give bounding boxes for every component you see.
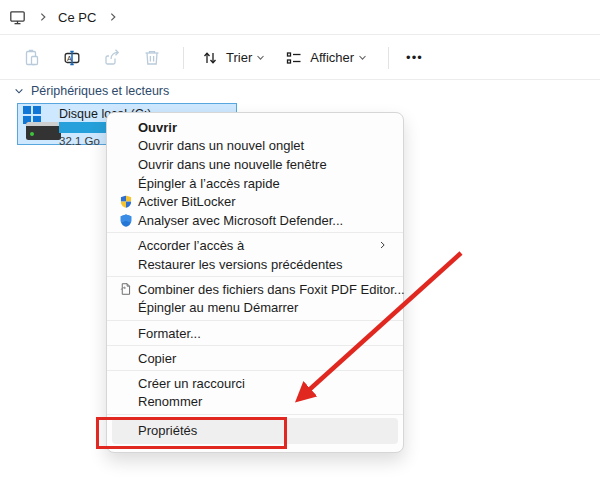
this-pc-icon[interactable] <box>9 9 26 26</box>
toolbar-divider <box>388 47 389 69</box>
menu-item-restore-previous-versions[interactable]: Restaurer les versions précédentes <box>112 255 398 274</box>
defender-shield-icon <box>118 213 133 228</box>
svg-text:A: A <box>67 54 72 61</box>
chevron-down-icon <box>256 53 265 62</box>
menu-item-activate-bitlocker[interactable]: Activer BitLocker <box>112 192 398 211</box>
more-icon: ••• <box>406 50 423 65</box>
hard-drive-icon <box>26 122 61 140</box>
group-header-label: Périphériques et lecteurs <box>31 84 169 98</box>
group-header-devices-and-drives[interactable]: Périphériques et lecteurs <box>14 84 169 98</box>
menu-item-scan-defender[interactable]: Analyser avec Microsoft Defender... <box>112 211 398 230</box>
context-menu: Ouvrir Ouvrir dans un nouvel onglet Ouvr… <box>106 112 404 453</box>
view-label: Afficher <box>310 50 354 65</box>
foxit-combine-icon <box>118 282 133 297</box>
share-icon <box>102 48 122 68</box>
menu-item-properties[interactable]: Propriétés <box>112 418 398 444</box>
menu-separator <box>107 232 403 233</box>
command-toolbar: A Trier <box>0 36 600 80</box>
breadcrumb-location[interactable]: Ce PC <box>58 10 96 25</box>
view-button[interactable]: Afficher <box>277 42 375 74</box>
view-icon <box>285 49 303 67</box>
delete-button[interactable] <box>134 42 170 74</box>
menu-item-create-shortcut[interactable]: Créer un raccourci <box>112 374 398 393</box>
menu-separator <box>107 370 403 371</box>
toolbar-divider <box>183 47 184 69</box>
sort-label: Trier <box>226 50 252 65</box>
menu-item-give-access[interactable]: Accorder l’accès à <box>112 236 398 255</box>
menu-item-combine-foxit[interactable]: Combiner des fichiers dans Foxit PDF Edi… <box>112 280 398 299</box>
chevron-expand-icon[interactable] <box>14 86 24 96</box>
paste-icon <box>22 48 42 68</box>
menu-item-open-new-window[interactable]: Ouvrir dans une nouvelle fenêtre <box>112 155 398 174</box>
menu-item-open[interactable]: Ouvrir <box>112 118 398 137</box>
menu-item-open-new-tab[interactable]: Ouvrir dans un nouvel onglet <box>112 137 398 156</box>
menu-item-pin-quick-access[interactable]: Épingler à l’accès rapide <box>112 174 398 193</box>
drive-free-space: 32.1 Go <box>59 135 100 147</box>
menu-item-copy[interactable]: Copier <box>112 349 398 368</box>
sort-button[interactable]: Trier <box>193 42 273 74</box>
menu-separator <box>107 320 403 321</box>
chevron-down-icon <box>358 53 367 62</box>
menu-separator <box>107 276 403 277</box>
chevron-right-icon[interactable] <box>38 12 48 22</box>
menu-item-format[interactable]: Formater... <box>112 324 398 343</box>
paste-button[interactable] <box>14 42 50 74</box>
sort-icon <box>201 49 219 67</box>
share-button[interactable] <box>94 42 130 74</box>
breadcrumb: Ce PC <box>0 0 600 35</box>
more-options-button[interactable]: ••• <box>398 42 431 74</box>
menu-item-pin-start[interactable]: Épingler au menu Démarrer <box>112 299 398 318</box>
chevron-right-icon[interactable] <box>108 12 118 22</box>
delete-icon <box>142 48 162 68</box>
menu-separator <box>107 414 403 415</box>
rename-button[interactable]: A <box>54 42 90 74</box>
rename-icon: A <box>62 48 82 68</box>
menu-separator <box>107 345 403 346</box>
menu-item-rename[interactable]: Renommer <box>112 393 398 412</box>
submenu-arrow-icon <box>378 241 387 250</box>
uac-shield-icon <box>118 194 133 209</box>
